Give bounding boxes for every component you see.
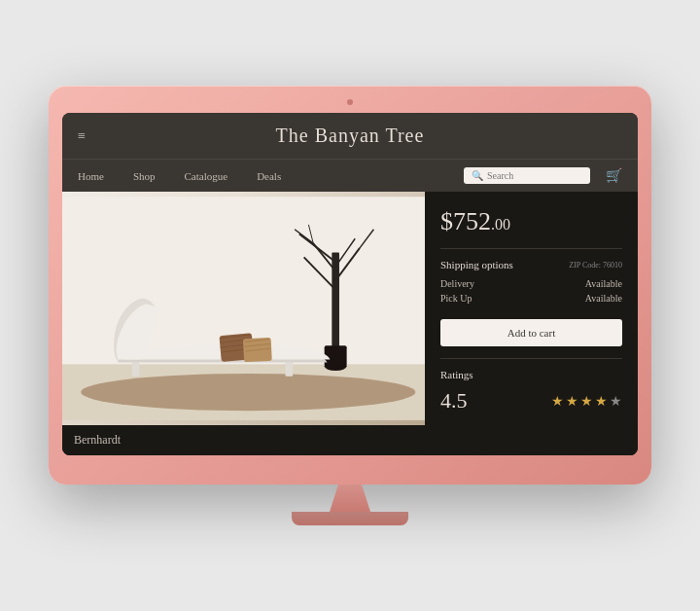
svg-point-2 (81, 374, 415, 411)
pickup-value: Available (585, 293, 622, 304)
menu-icon[interactable]: ≡ (78, 128, 86, 144)
rating-score: 4.5 (440, 388, 468, 413)
stand-base (292, 512, 408, 525)
header: ≡ The Banyan Tree (62, 113, 638, 159)
screen: ≡ The Banyan Tree Home Shop Catalogue De… (62, 113, 638, 455)
search-input[interactable] (487, 170, 575, 181)
star-1: ★ (551, 393, 564, 410)
product-image-section: Bernhardt (62, 192, 425, 455)
ratings-title: Ratings (440, 369, 622, 380)
price-whole: $752 (440, 207, 491, 235)
shipping-header: Shipping options ZIP Code: 76010 (440, 259, 622, 270)
search-icon: 🔍 (472, 170, 483, 181)
nav-deals[interactable]: Deals (257, 170, 281, 182)
star-4: ★ (595, 393, 608, 410)
ratings-section: Ratings 4.5 ★ ★ ★ ★ ★ (440, 358, 622, 413)
shipping-title: Shipping options (440, 259, 513, 270)
nav-shop[interactable]: Shop (133, 170, 156, 182)
shipping-pickup: Pick Up Available (440, 293, 622, 304)
main-content: Bernhardt $752.00 Shipping options ZIP C… (62, 192, 638, 455)
star-2: ★ (566, 393, 578, 410)
delivery-label: Delivery (440, 278, 474, 289)
nav-catalogue[interactable]: Catalogue (185, 170, 228, 182)
site-title: The Banyan Tree (276, 125, 425, 147)
product-info: $752.00 Shipping options ZIP Code: 76010… (425, 192, 638, 455)
ratings-row: 4.5 ★ ★ ★ ★ ★ (440, 388, 622, 413)
shipping-section: Shipping options ZIP Code: 76010 Deliver… (440, 248, 622, 307)
search-box[interactable]: 🔍 (464, 167, 590, 184)
svg-rect-13 (325, 345, 347, 366)
svg-rect-15 (286, 362, 294, 376)
monitor-body: ≡ The Banyan Tree Home Shop Catalogue De… (49, 86, 651, 485)
cart-icon[interactable]: 🛒 (606, 167, 622, 184)
zip-code: ZIP Code: 76010 (569, 261, 622, 270)
nav-links: Home Shop Catalogue Deals (78, 170, 464, 182)
product-image (62, 192, 425, 425)
add-to-cart-button[interactable]: Add to cart (440, 319, 622, 346)
camera-dot (347, 99, 353, 105)
price: $752.00 (440, 207, 622, 236)
star-rating: ★ ★ ★ ★ ★ (551, 393, 622, 410)
nav-right: 🔍 🛒 (464, 167, 622, 184)
star-3: ★ (580, 393, 593, 410)
nav-home[interactable]: Home (78, 170, 104, 182)
star-5-half: ★ (610, 393, 622, 410)
stand-neck (321, 485, 379, 512)
price-cents: .00 (491, 216, 510, 233)
monitor-stand (292, 485, 408, 525)
brand-name: Bernhardt (74, 433, 121, 447)
product-label: Bernhardt (62, 425, 425, 455)
delivery-value: Available (585, 278, 622, 289)
shipping-delivery: Delivery Available (440, 278, 622, 289)
svg-rect-14 (132, 362, 140, 376)
monitor-wrapper: ≡ The Banyan Tree Home Shop Catalogue De… (49, 86, 651, 525)
pickup-label: Pick Up (440, 293, 472, 304)
nav-bar: Home Shop Catalogue Deals 🔍 🛒 (62, 159, 638, 192)
